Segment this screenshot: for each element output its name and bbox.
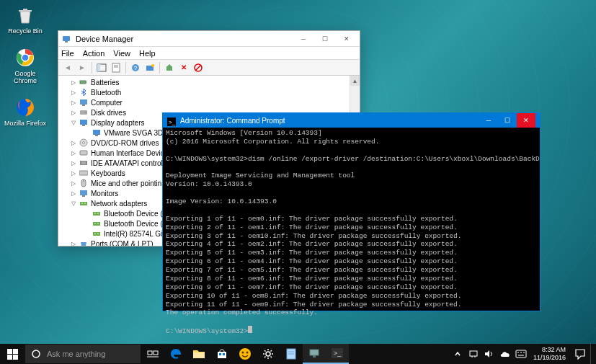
svg-rect-24	[80, 120, 87, 125]
tray-onedrive-icon[interactable]	[497, 344, 513, 364]
desktop-icon-label: Mozilla Firefox	[4, 120, 46, 128]
cmd-icon: >_	[167, 116, 176, 125]
forward-button[interactable]: ►	[76, 61, 89, 74]
display-icon	[79, 118, 89, 127]
tree-node-label: Bluetooth	[91, 89, 121, 97]
expand-arrow-icon[interactable]: ▷	[71, 241, 79, 247]
expand-arrow-icon[interactable]: ▽	[71, 120, 79, 126]
mouse-icon	[79, 179, 89, 187]
svg-line-94	[271, 357, 272, 358]
tray-overflow-button[interactable]	[450, 344, 466, 364]
action-center-button[interactable]	[570, 344, 590, 364]
taskbar-app-notepad[interactable]	[280, 344, 303, 364]
taskbar-settings[interactable]	[257, 344, 280, 364]
svg-rect-7	[97, 64, 100, 71]
menu-view[interactable]: View	[113, 49, 130, 58]
show-desktop-button[interactable]	[590, 344, 593, 364]
cortana-search[interactable]: Ask me anything	[25, 345, 141, 363]
tree-node-computer[interactable]: ▷Computer	[58, 97, 360, 107]
properties-button[interactable]	[110, 61, 123, 74]
svg-rect-107	[516, 350, 526, 358]
scan-hardware-button[interactable]	[143, 61, 156, 74]
tray-clock[interactable]: 8:32 AM 11/19/2016	[529, 346, 570, 362]
taskbar-command-prompt[interactable]: >_	[326, 344, 349, 364]
back-button[interactable]: ◄	[61, 61, 74, 74]
expand-arrow-icon[interactable]: ▷	[71, 190, 79, 197]
desktop-icon-label: Google Chrome	[4, 71, 47, 85]
uninstall-button[interactable]: ✕	[177, 61, 190, 74]
expand-arrow-icon[interactable]: ▷	[71, 99, 79, 106]
cortana-circle-icon	[31, 349, 41, 359]
svg-rect-20	[80, 99, 87, 105]
tree-node-label: Display adapters	[91, 119, 144, 127]
expand-arrow-icon[interactable]: ▷	[71, 89, 79, 96]
close-button[interactable]: ✕	[517, 113, 535, 128]
svg-rect-39	[80, 202, 87, 205]
titlebar[interactable]: Device Manager ─ ☐ ✕	[58, 31, 360, 47]
network-icon	[79, 199, 89, 208]
svg-rect-27	[95, 135, 98, 136]
tray-volume-icon[interactable]	[481, 344, 497, 364]
tree-node-bluetooth[interactable]: ▷Bluetooth	[58, 87, 360, 97]
show-hide-console-tree-button[interactable]	[95, 61, 108, 74]
desktop-icon-recycle-bin[interactable]: Recycle Bin	[4, 4, 47, 35]
tray-input-icon[interactable]	[513, 344, 529, 364]
expand-arrow-icon[interactable]: ▽	[71, 200, 79, 207]
scroll-up-button[interactable]: ▲	[350, 76, 360, 86]
taskbar-store[interactable]	[210, 344, 233, 364]
tree-node-label: Keyboards	[91, 169, 125, 177]
expand-arrow-icon[interactable]: ▷	[71, 79, 79, 86]
expand-arrow-icon[interactable]: ▷	[71, 150, 79, 156]
separator	[125, 62, 126, 74]
menu-action[interactable]: Action	[83, 49, 105, 58]
disable-button[interactable]	[192, 61, 205, 74]
desktop-icons: Recycle Bin Google Chrome Mozilla Firefo…	[4, 4, 47, 128]
svg-rect-76	[7, 355, 12, 360]
svg-point-40	[81, 203, 83, 204]
dvd-icon	[79, 138, 89, 147]
expand-arrow-icon[interactable]: ▷	[71, 140, 79, 146]
cmd-titlebar[interactable]: >_ Administrator: Command Prompt ─ ☐ ✕	[163, 113, 540, 128]
cmd-title: Administrator: Command Prompt	[180, 117, 479, 125]
desktop-icon-firefox[interactable]: Mozilla Firefox	[4, 96, 47, 128]
desktop-icon-chrome[interactable]: Google Chrome	[4, 46, 47, 85]
update-driver-button[interactable]	[163, 61, 176, 74]
menu-help[interactable]: Help	[139, 49, 156, 58]
svg-point-49	[94, 233, 96, 234]
task-view-button[interactable]	[141, 344, 164, 364]
expand-arrow-icon[interactable]: ▷	[71, 110, 79, 116]
svg-text:>_: >_	[334, 350, 342, 357]
taskbar-device-manager[interactable]	[303, 344, 326, 364]
svg-point-14	[151, 64, 154, 67]
svg-rect-75	[13, 349, 18, 354]
svg-point-88	[266, 352, 270, 356]
maximize-button[interactable]: ☐	[315, 32, 335, 45]
tree-node-battery[interactable]: ▷Batteries	[58, 77, 360, 87]
svg-rect-79	[148, 351, 152, 355]
expand-arrow-icon[interactable]: ▷	[71, 160, 79, 167]
recycle-bin-icon	[14, 4, 37, 27]
minimize-button[interactable]: ─	[479, 113, 498, 128]
svg-line-95	[264, 357, 266, 358]
menu-file[interactable]: File	[61, 49, 74, 58]
cmd-output[interactable]: Microsoft Windows [Version 10.0.14393] (…	[163, 128, 540, 337]
monitor-icon	[79, 189, 89, 197]
taskbar-app-emoji[interactable]	[233, 344, 257, 364]
svg-point-46	[94, 223, 96, 224]
bluetooth-icon	[79, 88, 89, 97]
tray-network-icon[interactable]	[466, 344, 481, 364]
separator	[159, 62, 160, 74]
taskbar-edge[interactable]	[164, 344, 187, 364]
minimize-button[interactable]: ─	[293, 32, 313, 45]
expand-arrow-icon[interactable]: ▷	[71, 180, 79, 187]
help-button[interactable]: ?	[129, 61, 142, 74]
svg-rect-80	[154, 351, 158, 355]
keyboard-icon	[79, 169, 89, 177]
expand-arrow-icon[interactable]: ▷	[71, 170, 79, 177]
start-button[interactable]	[0, 344, 25, 364]
svg-point-44	[97, 213, 99, 214]
close-button[interactable]: ✕	[337, 32, 357, 45]
taskbar-file-explorer[interactable]	[187, 344, 210, 364]
tree-node-label: VMware SVGA 3D	[104, 129, 163, 137]
maximize-button[interactable]: ☐	[498, 113, 517, 128]
